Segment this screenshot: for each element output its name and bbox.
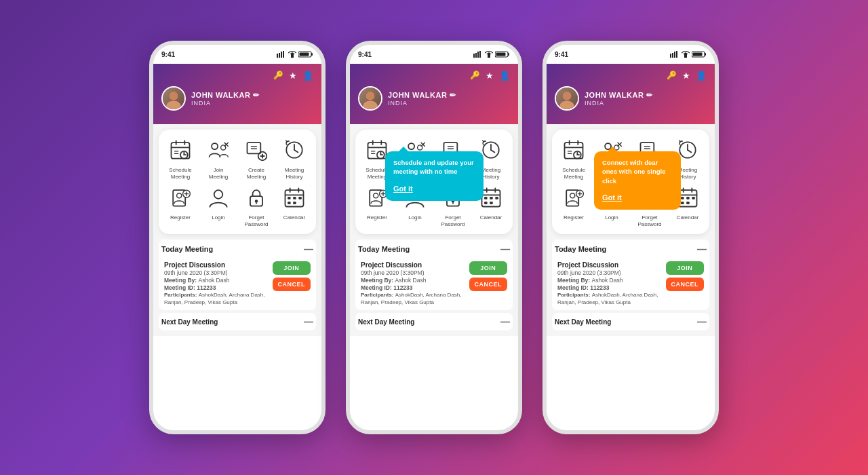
- svg-point-69: [563, 92, 571, 100]
- tooltip-caret: [608, 147, 617, 151]
- star-icon[interactable]: ★: [682, 71, 690, 81]
- svg-rect-60: [670, 54, 671, 58]
- schedule-icon: [165, 135, 195, 165]
- cancel-button[interactable]: CANCEL: [666, 278, 705, 291]
- history-label: Meeting History: [285, 167, 304, 180]
- user-country: INDIA: [191, 100, 259, 107]
- password-icon: [241, 183, 271, 212]
- today-meeting-dash: —: [697, 244, 707, 254]
- meeting-date: 09th june 2020 (3:30PM): [164, 269, 273, 276]
- user-icon[interactable]: 👤: [696, 71, 707, 81]
- cancel-button[interactable]: CANCEL: [273, 278, 311, 291]
- join-button[interactable]: JOIN: [273, 261, 311, 275]
- grid-item-history[interactable]: Meeting History: [276, 135, 313, 180]
- login-label: Login: [408, 214, 422, 221]
- key-icon[interactable]: 🔑: [667, 71, 677, 81]
- phone-2: 9:41 🔑 ★ 👤 JOHN WALKAR ✏INDIASchedule Me…: [346, 41, 522, 434]
- grid-item-calendar[interactable]: Calendar: [276, 183, 313, 227]
- next-meeting-title: Next Day Meeting: [555, 318, 611, 326]
- star-icon[interactable]: ★: [486, 71, 494, 81]
- tooltip-caret: [399, 147, 408, 151]
- svg-rect-62: [674, 52, 675, 58]
- join-button[interactable]: JOIN: [666, 261, 705, 275]
- phone-3: 9:41 🔑 ★ 👤 JOHN WALKAR ✏INDIASchedule Me…: [542, 41, 719, 434]
- grid-item-login[interactable]: Login: [200, 183, 237, 227]
- header-actions: 🔑 ★ 👤: [555, 71, 707, 81]
- meeting-title: Project Discussion: [164, 261, 273, 269]
- login-icon: [203, 183, 233, 212]
- password-label: Forget Password: [441, 214, 465, 227]
- today-meeting-title: Today Meeting: [555, 245, 606, 253]
- grid-item-create[interactable]: Create Meeting: [238, 135, 275, 180]
- tooltip-got-it-button[interactable]: Got it: [393, 185, 413, 193]
- meeting-participants: Participants: AshokDash, Archana Dash, R…: [557, 292, 666, 306]
- schedule-icon: [559, 135, 589, 165]
- tooltip-box: Schedule and update your meeting with no…: [385, 151, 484, 201]
- meeting-card: Project Discussion09th june 2020 (3:30PM…: [159, 257, 316, 310]
- svg-point-58: [363, 101, 377, 111]
- tooltip-text: Connect with dear ones with one single c…: [602, 158, 673, 185]
- user-icon[interactable]: 👤: [499, 71, 510, 81]
- register-icon: [165, 183, 195, 212]
- status-time: 9:41: [555, 51, 568, 58]
- phone-1: 9:41 🔑 ★ 👤 JOHN WALKAR ✏INDIASchedule Me…: [149, 41, 326, 434]
- create-label: Create Meeting: [247, 167, 266, 180]
- status-icons: [277, 51, 313, 58]
- svg-rect-51: [475, 53, 477, 58]
- meeting-title: Project Discussion: [361, 261, 469, 269]
- meeting-participants: Participants: AshokDash, Archana Dash, R…: [361, 292, 469, 306]
- avatar: [358, 86, 382, 111]
- svg-rect-43: [283, 51, 284, 58]
- meeting-id: Meeting ID: 112233: [164, 284, 273, 291]
- today-meeting-header: Today Meeting—: [355, 240, 513, 257]
- history-label: Meeting History: [678, 167, 697, 180]
- grid-section: Schedule MeetingJoin MeetingCreate Meeti…: [159, 130, 316, 234]
- grid-section: Schedule MeetingJoin MeetingCreate Meeti…: [355, 130, 513, 234]
- status-bar: 9:41: [547, 45, 715, 64]
- key-icon[interactable]: 🔑: [273, 71, 283, 81]
- register-label: Register: [367, 214, 387, 221]
- svg-rect-45: [300, 53, 309, 56]
- svg-rect-40: [277, 54, 278, 58]
- user-row: JOHN WALKAR ✏INDIA: [161, 86, 313, 111]
- meeting-by: Meeting By: Ashok Dash: [557, 277, 666, 284]
- next-meeting-dash: —: [304, 316, 313, 327]
- grid-item-password[interactable]: Forget Password: [238, 183, 275, 227]
- today-meeting-dash: —: [304, 244, 313, 254]
- password-label: Forget Password: [244, 214, 268, 227]
- svg-point-48: [166, 101, 180, 111]
- user-icon[interactable]: 👤: [302, 71, 313, 81]
- history-label: Meeting History: [481, 167, 500, 180]
- join-button[interactable]: JOIN: [469, 261, 508, 275]
- svg-rect-52: [477, 52, 479, 58]
- next-meeting-bar: Next Day Meeting—: [552, 313, 709, 330]
- today-meeting-header: Today Meeting—: [159, 240, 316, 257]
- status-bar: 9:41: [350, 45, 518, 64]
- grid-item-register[interactable]: Register: [555, 183, 593, 227]
- status-icons: [670, 51, 707, 58]
- today-meeting-dash: —: [500, 244, 510, 254]
- calendar-label: Calendar: [677, 214, 698, 221]
- status-time: 9:41: [358, 51, 372, 58]
- svg-rect-46: [311, 53, 313, 56]
- next-meeting-title: Next Day Meeting: [161, 318, 218, 326]
- svg-point-68: [559, 101, 574, 111]
- calendar-icon: [279, 183, 309, 212]
- grid-item-schedule[interactable]: Schedule Meeting: [162, 135, 199, 180]
- svg-rect-65: [693, 53, 703, 56]
- grid-item-join[interactable]: Join Meeting: [200, 135, 237, 180]
- schedule-label: Schedule Meeting: [169, 167, 191, 180]
- meeting-by: Meeting By: Ashok Dash: [164, 277, 273, 284]
- register-label: Register: [170, 214, 191, 221]
- next-meeting-dash: —: [500, 316, 510, 327]
- star-icon[interactable]: ★: [289, 71, 297, 81]
- grid-item-register[interactable]: Register: [162, 183, 199, 227]
- key-icon[interactable]: 🔑: [470, 71, 480, 81]
- tooltip-got-it-button[interactable]: Got it: [602, 193, 622, 202]
- next-meeting-title: Next Day Meeting: [358, 318, 414, 326]
- join-label: Join Meeting: [209, 167, 228, 180]
- meeting-actions: JOINCANCEL: [666, 261, 705, 291]
- svg-rect-61: [672, 53, 673, 58]
- grid-item-schedule[interactable]: Schedule Meeting: [555, 135, 593, 180]
- cancel-button[interactable]: CANCEL: [469, 278, 508, 291]
